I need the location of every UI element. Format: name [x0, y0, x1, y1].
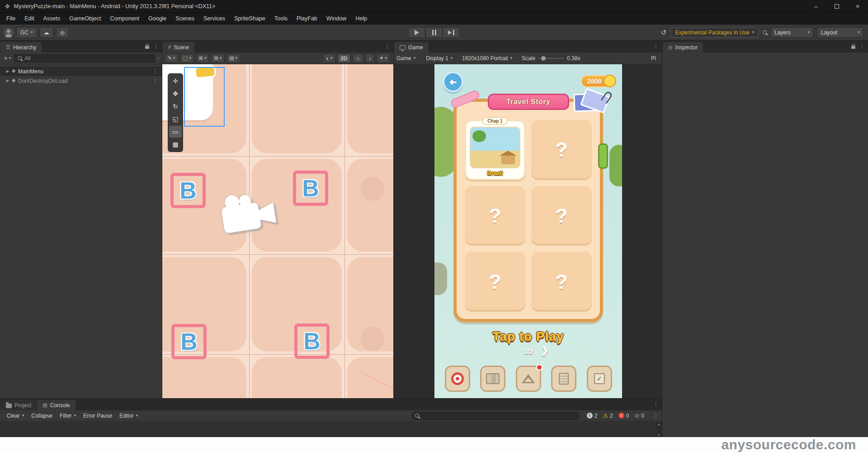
tab-inspector[interactable]: ◎ Inspector — [663, 42, 703, 52]
coin-counter[interactable]: 2800 — [581, 75, 615, 87]
panel-menu-icon[interactable]: ⋮ — [653, 401, 659, 407]
back-button[interactable]: ➜ — [443, 71, 463, 92]
console-collapse-toggle[interactable]: Collapse — [28, 412, 56, 420]
measure-dropdown[interactable]: ▤▾ — [226, 54, 240, 63]
menu-google[interactable]: Google — [144, 13, 171, 24]
scroll-down-icon[interactable]: ▼ — [657, 433, 660, 437]
menu-tools[interactable]: Tools — [270, 13, 292, 24]
game-target-dropdown[interactable]: Game ▾ — [396, 55, 415, 62]
play-button[interactable] — [408, 27, 425, 38]
console-log-list[interactable]: ▲ ▼ — [0, 422, 662, 438]
create-object-button[interactable]: + ▾ — [3, 55, 12, 62]
side-button[interactable] — [598, 143, 608, 169]
move-tool[interactable]: ✥ — [169, 88, 182, 100]
rotate-tool[interactable]: ↻ — [169, 100, 182, 112]
scale-tool[interactable]: ◱ — [169, 113, 182, 125]
picker-icon[interactable]: ▫ — [157, 56, 159, 61]
console-log-row[interactable] — [0, 422, 662, 429]
grid-tool[interactable]: ▦ — [169, 138, 182, 150]
lock-icon[interactable] — [145, 46, 149, 49]
scale-slider-knob[interactable] — [541, 56, 546, 61]
console-scrollbar[interactable]: ▲ ▼ — [656, 422, 662, 438]
panel-menu-icon[interactable]: ⋮ — [653, 43, 659, 49]
next-page-button[interactable]: ❯ — [541, 345, 549, 356]
menu-component[interactable]: Component — [105, 13, 144, 24]
locked-chapter-card[interactable]: ? — [465, 252, 525, 312]
hierarchy-item-dontdestroyonload[interactable]: ▶ ❖ DontDestroyOnLoad ⋮ — [0, 76, 162, 86]
panel-menu-icon[interactable]: ⋮ — [385, 43, 390, 49]
menu-help[interactable]: Help — [351, 13, 372, 24]
account-avatar[interactable] — [4, 28, 14, 38]
muted-count-toggle[interactable]: ⊘ 0 — [632, 413, 647, 419]
maximize-button[interactable] — [826, 0, 847, 12]
close-button[interactable]: × — [847, 0, 868, 12]
menu-playfab[interactable]: PlayFab — [292, 13, 322, 24]
paint-tool-dropdown[interactable]: ✎▾ — [165, 54, 178, 63]
info-count-toggle[interactable]: ! 2 — [584, 413, 600, 419]
spin-button[interactable] — [445, 366, 470, 392]
hierarchy-search-input[interactable]: All — [14, 54, 155, 62]
panel-menu-icon[interactable]: ⋮ — [859, 43, 865, 49]
tab-project[interactable]: Project — [0, 400, 37, 410]
panel-menu-icon[interactable]: ⋮ — [153, 43, 159, 49]
collab-button[interactable]: ◎ — [56, 27, 69, 38]
console-menu-icon[interactable]: ⋮ — [653, 413, 659, 419]
undo-history-icon[interactable]: ↺ — [661, 29, 667, 37]
tab-scene[interactable]: # Scene — [163, 42, 194, 52]
menu-window[interactable]: Window — [322, 13, 351, 24]
display-dropdown[interactable]: Display 1 ▾ — [426, 55, 453, 62]
dress-button[interactable] — [516, 366, 541, 392]
selection-gizmo-rect[interactable] — [184, 67, 225, 127]
console-log-row[interactable] — [0, 429, 662, 437]
locked-chapter-card[interactable]: ? — [531, 252, 592, 312]
search-icon[interactable] — [763, 30, 767, 34]
daily-button[interactable]: ✓ — [587, 366, 612, 392]
warning-count-toggle[interactable]: ⚠ 2 — [600, 413, 615, 419]
menu-scenes[interactable]: Scenes — [171, 13, 199, 24]
layout-dropdown[interactable]: Layout ▾ — [817, 27, 863, 38]
console-filter-dropdown[interactable]: Filter ▾ — [56, 412, 80, 420]
console-clear-button[interactable]: Clear ▾ — [3, 412, 28, 420]
console-search-input[interactable] — [411, 412, 580, 420]
map-button[interactable] — [480, 366, 505, 392]
tab-console[interactable]: ▤ Console — [37, 400, 75, 410]
menu-assets[interactable]: Assets — [39, 13, 65, 24]
tap-to-play-text[interactable]: Tap to Play — [434, 329, 622, 344]
fold-arrow-icon[interactable]: ▶ — [6, 69, 9, 73]
console-editor-dropdown[interactable]: Editor ▾ — [116, 412, 142, 420]
error-count-toggle[interactable]: ! 0 — [616, 413, 632, 419]
quest-button[interactable] — [551, 366, 576, 392]
menu-services[interactable]: Services — [199, 13, 230, 24]
sprite-tool-dropdown[interactable]: ▢▾ — [180, 54, 194, 63]
locked-chapter-card[interactable]: ? — [531, 186, 592, 246]
cloud-button[interactable]: ☁ — [40, 27, 53, 38]
experimental-packages-dropdown[interactable]: Experimental Packages In Use ▾ — [670, 28, 759, 38]
scale-slider[interactable] — [538, 58, 564, 59]
resolution-dropdown[interactable]: 1920x1080 Portrait ▾ — [462, 55, 512, 62]
audio-toggle-button[interactable]: ♪ — [366, 54, 375, 63]
menu-file[interactable]: File — [2, 13, 20, 24]
pan-tool[interactable]: ✛ — [169, 75, 182, 87]
menu-edit[interactable]: Edit — [20, 13, 39, 24]
chapter-card-brazil[interactable]: Chap 1 Brazil — [465, 120, 525, 180]
row-menu-icon[interactable]: ⋮ — [152, 68, 158, 75]
layers-dropdown[interactable]: Layers ▾ — [771, 27, 813, 38]
camera-gizmo-icon[interactable] — [216, 185, 292, 250]
menu-gameobject[interactable]: GameObject — [65, 13, 105, 24]
account-dropdown[interactable]: GC ▾ — [16, 27, 37, 38]
grid-snap-dropdown[interactable]: ⊞▾ — [196, 54, 209, 63]
scroll-up-icon[interactable]: ▲ — [657, 423, 660, 426]
row-menu-icon[interactable]: ⋮ — [152, 78, 158, 84]
scene-viewport[interactable]: B B B B ✛ ✥ ↻ ◱ ▭ ▦ — [162, 64, 394, 398]
lighting-toggle-button[interactable]: ☼ — [353, 54, 363, 63]
step-button[interactable] — [443, 27, 460, 38]
snap-increment-dropdown[interactable]: ⊞▾ — [211, 54, 224, 63]
console-error-pause-toggle[interactable]: Error Pause — [80, 412, 116, 420]
lock-icon[interactable] — [851, 46, 855, 49]
menu-spriteshape[interactable]: SpriteShape — [230, 13, 270, 24]
hierarchy-item-mainmenu[interactable]: ▶ ❖ MainMenu ⋮ — [0, 67, 162, 76]
play-focused-dropdown[interactable]: Pl — [651, 55, 659, 62]
pause-button[interactable] — [425, 27, 443, 38]
rect-tool[interactable]: ▭ — [169, 126, 182, 138]
tab-game[interactable]: Game — [394, 42, 429, 52]
